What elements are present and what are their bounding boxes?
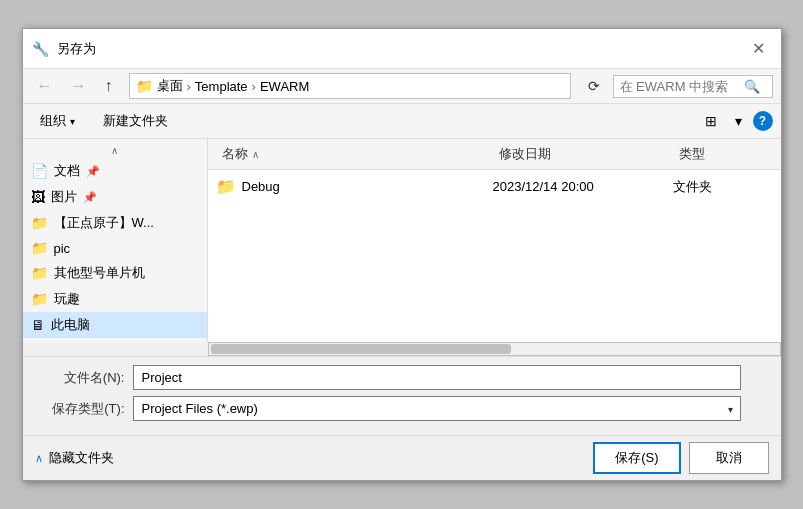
filename-input[interactable] — [133, 365, 741, 390]
help-button[interactable]: ? — [753, 111, 773, 131]
h-scroll-thumb — [211, 344, 511, 354]
breadcrumb-sep-2: › — [252, 79, 256, 94]
folder-icon: 📁 — [136, 78, 153, 94]
organize-label: 组织 — [40, 112, 66, 130]
search-icon: 🔍 — [744, 79, 760, 94]
zhengdian-icon: 📁 — [31, 215, 48, 231]
hide-folders-label: 隐藏文件夹 — [49, 449, 114, 467]
pin-icon: 📌 — [86, 165, 100, 178]
horizontal-scrollbar[interactable] — [208, 342, 781, 356]
forward-button[interactable]: → — [65, 73, 93, 99]
title-bar: 🔧 另存为 ✕ — [23, 29, 781, 69]
back-button[interactable]: ← — [31, 73, 59, 99]
view-options: ⊞ ▾ ? — [698, 109, 773, 133]
hide-arrow-icon: ∧ — [35, 452, 43, 465]
sidebar-item-pic[interactable]: 📁 pic — [23, 236, 207, 260]
breadcrumb-sep-1: › — [187, 79, 191, 94]
table-row[interactable]: 📁 Debug 2023/12/14 20:00 文件夹 — [208, 174, 781, 199]
file-name: Debug — [242, 179, 280, 194]
filename-row: 文件名(N): — [35, 365, 769, 390]
sidebar-item-pic-label: pic — [54, 241, 71, 256]
breadcrumb-desktop[interactable]: 桌面 — [157, 77, 183, 95]
action-bar: 组织 ▾ 新建文件夹 ⊞ ▾ ? — [23, 104, 781, 139]
footer: ∧ 隐藏文件夹 保存(S) 取消 — [23, 435, 781, 480]
new-folder-label: 新建文件夹 — [103, 112, 168, 130]
up-button[interactable]: ↑ — [99, 73, 119, 99]
sidebar-item-thispc[interactable]: 🖥 此电脑 — [23, 312, 207, 338]
sidebar-item-zhengdian[interactable]: 📁 【正点原子】W... — [23, 210, 207, 236]
sidebar-item-thispc-label: 此电脑 — [51, 316, 90, 334]
file-area: 名称 ∧ 修改日期 类型 📁 Debug 2023/12/14 20:00 — [208, 139, 781, 342]
sidebar: ∧ 📄 文档 📌 🖼 图片 📌 📁 【正点原子】W... 📁 pic 📁 — [23, 139, 208, 342]
footer-buttons: 保存(S) 取消 — [593, 442, 768, 474]
sidebar-item-documents[interactable]: 📄 文档 📌 — [23, 158, 207, 184]
search-input[interactable] — [620, 79, 740, 94]
file-type-cell: 文件夹 — [673, 178, 773, 196]
sort-arrow: ∧ — [252, 149, 259, 160]
pictures-icon: 🖼 — [31, 189, 45, 205]
filetype-row: 保存类型(T): Project Files (*.ewp) ▾ — [35, 396, 769, 421]
close-button[interactable]: ✕ — [746, 37, 771, 60]
col-type-label: 类型 — [679, 145, 705, 163]
breadcrumb-template[interactable]: Template — [195, 79, 248, 94]
search-bar: 🔍 — [613, 75, 773, 98]
file-header: 名称 ∧ 修改日期 类型 — [208, 139, 781, 170]
file-folder-icon: 📁 — [216, 177, 236, 196]
breadcrumb-bar: 📁 桌面 › Template › EWARM — [129, 73, 571, 99]
view-dropdown-button[interactable]: ▾ — [728, 109, 749, 133]
new-folder-button[interactable]: 新建文件夹 — [94, 108, 177, 134]
file-list: 📁 Debug 2023/12/14 20:00 文件夹 — [208, 170, 781, 342]
cancel-button[interactable]: 取消 — [689, 442, 769, 474]
col-header-type[interactable]: 类型 — [673, 143, 773, 165]
sidebar-item-zhengdian-label: 【正点原子】W... — [54, 214, 154, 232]
sidebar-item-fun[interactable]: 📁 玩趣 — [23, 286, 207, 312]
fun-icon: 📁 — [31, 291, 48, 307]
documents-icon: 📄 — [31, 163, 48, 179]
save-button[interactable]: 保存(S) — [593, 442, 680, 474]
save-dialog: 🔧 另存为 ✕ ← → ↑ 📁 桌面 › Template › EWARM ⟳ … — [22, 28, 782, 481]
sidebar-item-documents-label: 文档 — [54, 162, 80, 180]
filetype-label: 保存类型(T): — [35, 400, 125, 418]
col-header-date[interactable]: 修改日期 — [493, 143, 673, 165]
navigation-toolbar: ← → ↑ 📁 桌面 › Template › EWARM ⟳ 🔍 — [23, 69, 781, 104]
app-icon: 🔧 — [33, 41, 49, 57]
organize-button[interactable]: 组织 ▾ — [31, 108, 84, 134]
col-name-label: 名称 — [222, 145, 248, 163]
sidebar-item-pictures-label: 图片 — [51, 188, 77, 206]
col-header-name[interactable]: 名称 ∧ — [216, 143, 493, 165]
sidebar-item-other-label: 其他型号单片机 — [54, 264, 145, 282]
thispc-icon: 🖥 — [31, 317, 45, 333]
col-date-label: 修改日期 — [499, 145, 551, 163]
filetype-select-wrapper: Project Files (*.ewp) ▾ — [133, 396, 741, 421]
organize-dropdown-arrow: ▾ — [70, 116, 75, 127]
sidebar-item-fun-label: 玩趣 — [54, 290, 80, 308]
sidebar-item-pictures[interactable]: 🖼 图片 📌 — [23, 184, 207, 210]
breadcrumb-ewarm[interactable]: EWARM — [260, 79, 309, 94]
refresh-button[interactable]: ⟳ — [581, 74, 607, 98]
file-name-cell: 📁 Debug — [216, 177, 493, 196]
dialog-title: 另存为 — [57, 40, 738, 58]
view-mode-button[interactable]: ⊞ — [698, 109, 724, 133]
pin-icon-2: 📌 — [83, 191, 97, 204]
hide-folders-toggle[interactable]: ∧ 隐藏文件夹 — [35, 449, 594, 467]
other-icon: 📁 — [31, 265, 48, 281]
bottom-area: 文件名(N): 保存类型(T): Project Files (*.ewp) ▾ — [23, 356, 781, 435]
filetype-value: Project Files (*.ewp) — [142, 401, 258, 416]
scroll-up-indicator: ∧ — [23, 143, 207, 158]
pic-icon: 📁 — [31, 240, 48, 256]
filetype-select[interactable]: Project Files (*.ewp) — [133, 396, 741, 421]
sidebar-item-other[interactable]: 📁 其他型号单片机 — [23, 260, 207, 286]
main-content: ∧ 📄 文档 📌 🖼 图片 📌 📁 【正点原子】W... 📁 pic 📁 — [23, 139, 781, 342]
file-date-cell: 2023/12/14 20:00 — [493, 179, 673, 194]
filename-label: 文件名(N): — [35, 369, 125, 387]
